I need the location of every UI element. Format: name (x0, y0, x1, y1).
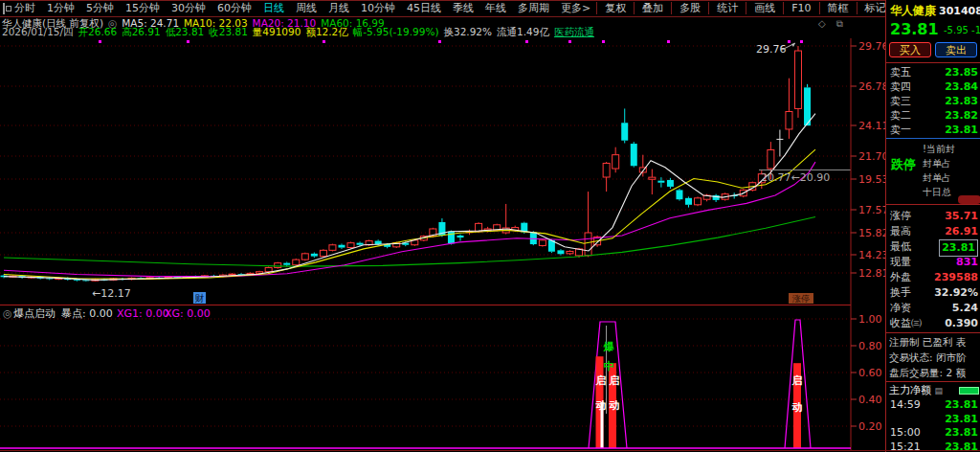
svg-text:17.57: 17.57 (858, 204, 885, 216)
svg-text:暴点: 0.00: 暴点: 0.00 (61, 307, 113, 320)
stat-row-最高: 最高26.91 (886, 224, 980, 239)
svg-text:26.78: 26.78 (858, 80, 885, 93)
main-chart[interactable]: 29.7626.7824.1121.7019.5317.5715.8214.23… (0, 34, 885, 452)
svg-text:20.77←20.90: 20.77←20.90 (761, 171, 830, 184)
price-gridlines: 29.7626.7824.1121.7019.5317.5715.8214.23… (0, 40, 885, 280)
ask-row[interactable]: 卖三23.83 (886, 94, 980, 108)
window-icons[interactable]: ◇ ⧉ (818, 18, 847, 30)
menu-item-月线[interactable]: 月线 (323, 2, 355, 14)
signal-spikes: 爆中启启动动启动 (589, 320, 811, 448)
svg-text:29.76: 29.76 (756, 43, 787, 56)
svg-text:0.40: 0.40 (858, 394, 882, 406)
svg-text:21.70: 21.70 (858, 150, 885, 163)
menu-item-30分钟[interactable]: 30分钟 (166, 2, 212, 14)
list-icon: ▤ (935, 386, 944, 396)
svg-text:XG: 0.00: XG: 0.00 (165, 307, 211, 320)
seal-line: 封单占 (923, 171, 980, 185)
badge-财: 财 (193, 292, 206, 304)
svg-text:动: 动 (791, 401, 803, 414)
ask-row[interactable]: 卖四23.84 (886, 79, 980, 94)
period-menu: 分时1分钟5分钟15分钟30分钟60分钟日线周线月线10分钟45日线季线年线多周… (9, 1, 596, 16)
tick-row: 15:0023.81 (886, 426, 980, 440)
change-value: -5.95 (944, 25, 969, 35)
buy-button[interactable]: 买入 (889, 42, 931, 57)
tdx-app-window: 分时1分钟5分钟15分钟30分钟60分钟日线周线月线10分钟45日线季线年线多周… (0, 0, 980, 452)
stat-row-净资: 净资5.24 (886, 301, 980, 316)
sell-button[interactable]: 卖出 (935, 42, 977, 57)
ask-row[interactable]: 卖一23.81 (886, 123, 980, 137)
svg-text:涨停: 涨停 (791, 294, 810, 304)
svg-text:15.82: 15.82 (858, 227, 885, 239)
bottom-border (0, 450, 980, 451)
svg-text:动: 动 (595, 399, 607, 412)
menu-item-分时[interactable]: 分时 (9, 2, 41, 14)
menu-item-60分钟[interactable]: 60分钟 (212, 2, 257, 14)
divider (886, 381, 980, 382)
alert-dot-line (99, 40, 803, 43)
menu-item-多股[interactable]: 多股 (671, 2, 708, 14)
tick-row: 14:5923.81 (886, 398, 980, 412)
menu-item-多周期[interactable]: 多周期 (512, 2, 555, 14)
flow-green-bar (959, 387, 979, 395)
divider-blue (886, 138, 980, 139)
stat-row-收益㈢: 收益㈢0.390 (886, 316, 980, 331)
indicator-header: ◎爆点启动暴点: 0.00XG1: 0.00XG: 0.00 (3, 307, 211, 320)
menu-item-45日线[interactable]: 45日线 (401, 2, 447, 14)
svg-text:0.80: 0.80 (858, 340, 882, 352)
collapsed-button[interactable] (958, 195, 980, 204)
stock-code: 301408 (939, 5, 980, 17)
menu-item-15分钟[interactable]: 15分钟 (120, 2, 166, 14)
svg-text:12.81: 12.81 (858, 267, 885, 280)
svg-text:14.23: 14.23 (858, 249, 885, 261)
last-price: 23.81 (890, 20, 939, 38)
stat-row-最低: 最低23.81 (886, 239, 980, 255)
seal-line: !当前封 (923, 143, 980, 156)
note-line: 盘后交易量: 2 额 (889, 367, 980, 380)
main-flow-label: 主力净额 (889, 384, 931, 396)
svg-text:启: 启 (791, 374, 803, 387)
layout-icon[interactable] (3, 3, 5, 14)
menu-item-周线[interactable]: 周线 (290, 2, 323, 14)
svg-text:爆: 爆 (603, 341, 615, 353)
menu-item-叠加[interactable]: 叠加 (634, 2, 671, 14)
divider (886, 62, 980, 63)
svg-text:0.60: 0.60 (858, 367, 882, 379)
menu-item-10分钟[interactable]: 10分钟 (355, 2, 401, 14)
svg-text:XG1: 0.00: XG1: 0.00 (117, 307, 169, 320)
change-percent: -19.99% (971, 25, 980, 35)
ask-row[interactable]: 卖五23.85 (886, 65, 980, 79)
stock-name-label: 华人健康 (890, 4, 936, 17)
quote-sidebar: 华人健康301408 23.81 -5.95 -19.99% 买入 卖出 卖五2… (885, 0, 980, 452)
divider (886, 332, 980, 333)
menu-item-年线[interactable]: 年线 (479, 2, 512, 14)
ask-row[interactable]: 卖二23.82 (886, 108, 980, 123)
svg-text:中: 中 (604, 360, 614, 373)
chart-annotations: 29.76←12.17 (92, 43, 795, 300)
menu-item-统计[interactable]: 统计 (708, 2, 746, 14)
menu-item-日线[interactable]: 日线 (257, 2, 290, 14)
svg-text:1.00: 1.00 (858, 313, 882, 326)
main-flow-row[interactable]: 主力净额 ▤ (889, 384, 980, 396)
menu-item-简框[interactable]: 简框 (819, 2, 857, 14)
menu-item-更多>[interactable]: 更多> (555, 2, 596, 14)
svg-text:0.20: 0.20 (858, 420, 882, 433)
seal-line: 封单占 (923, 157, 980, 170)
menu-item-画线[interactable]: 画线 (746, 2, 783, 14)
top-menubar: 分时1分钟5分钟15分钟30分钟60分钟日线周线月线10分钟45日线季线年线多周… (0, 0, 885, 17)
candlestick-series (1, 46, 812, 282)
stat-row-外盘: 外盘239588 (886, 270, 980, 285)
menu-item-F10[interactable]: F10 (783, 2, 818, 14)
stat-row-换手: 换手32.92% (886, 285, 980, 301)
svg-text:19.53: 19.53 (858, 173, 885, 186)
badge-涨停: 涨停 (789, 293, 813, 304)
svg-text:启: 启 (609, 374, 620, 387)
tick-row: 23.81 (886, 413, 980, 426)
svg-text:29.76: 29.76 (858, 40, 885, 53)
divider (886, 204, 980, 205)
ma10-line (4, 149, 815, 279)
stat-row-涨停: 涨停35.71 (886, 209, 980, 224)
menu-item-5分钟[interactable]: 5分钟 (80, 2, 120, 14)
menu-item-1分钟[interactable]: 1分钟 (41, 2, 80, 14)
menu-item-季线[interactable]: 季线 (447, 2, 479, 14)
menu-item-复权[interactable]: 复权 (596, 2, 634, 14)
